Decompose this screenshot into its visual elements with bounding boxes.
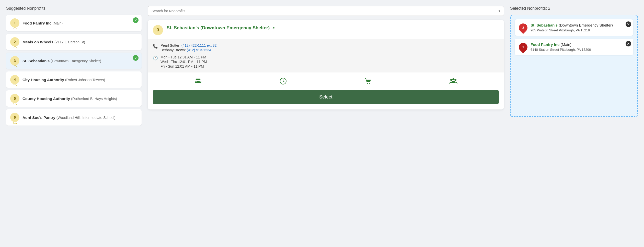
list-item[interactable]: 3⌓St. Sebastian's (Downtown Emergency Sh… — [6, 53, 142, 69]
middle-column: ▾ 3 St. Sebastian's (Downtown Emergency … — [148, 6, 504, 126]
car-icon-btn[interactable] — [194, 78, 202, 85]
check-mark: ✓ — [133, 55, 139, 61]
search-bar[interactable]: ▾ — [148, 6, 504, 16]
nonprofit-sub: (2117 E Carson St) — [54, 40, 85, 44]
svg-point-5 — [454, 79, 456, 81]
clock-icon: 🕐 — [153, 56, 158, 60]
people-icon-btn[interactable] — [449, 78, 457, 85]
nonprofit-name: Aunt Sue's Pantry — [22, 115, 56, 120]
nonprofit-sub: (Robert Johnson Towers) — [65, 78, 105, 82]
remove-button[interactable]: ✕ — [626, 21, 631, 27]
badge-wrap: 6⌓ — [10, 113, 19, 122]
list-item[interactable]: 2⌓Meals on Wheels (2117 E Carson St) — [6, 34, 142, 50]
selected-card: 2St. Sebastian's (Downtown Emergency She… — [515, 19, 633, 36]
nonprofit-sub: (Woodland Hills Intermediate School) — [56, 116, 116, 120]
badge-wrap: 3⌓ — [10, 56, 19, 65]
list-item[interactable]: 6⌓Aunt Sue's Pantry (Woodland Hills Inte… — [6, 109, 142, 126]
nonprofit-name-wrap: Aunt Sue's Pantry (Woodland Hills Interm… — [22, 115, 116, 120]
nonprofit-name: Meals on Wheels — [22, 40, 54, 44]
nonprofit-sub: (Main) — [53, 21, 63, 25]
remove-button[interactable]: ✕ — [626, 41, 631, 46]
people-icon — [449, 78, 457, 85]
map-pin: 1 — [517, 41, 529, 53]
chevron-down-icon: ▾ — [499, 9, 500, 13]
svg-point-4 — [452, 78, 454, 80]
selected-card-name: Food Pantry Inc (Main) — [531, 42, 591, 47]
hours-row: 🕐 Mon - Tue 12:01 AM - 11 PM Wed - Thu 1… — [153, 55, 499, 68]
cart-icon-btn[interactable] — [364, 78, 372, 85]
badge-arc: ⌓ — [13, 25, 17, 30]
badge-wrap: 1⌓ — [10, 18, 19, 28]
org-address: 905 Watson Street Pittsburgh, PA 15219 — [531, 28, 613, 32]
badge-wrap: 2⌓ — [10, 37, 19, 46]
detail-badge: 3 — [153, 25, 163, 35]
check-mark: ✓ — [133, 17, 139, 23]
nonprofit-name-wrap: Meals on Wheels (2117 E Carson St) — [22, 40, 85, 44]
selected-panel: 2St. Sebastian's (Downtown Emergency She… — [510, 15, 638, 117]
map-pin-number: 1 — [522, 45, 524, 49]
contact-line-2: Bethany Brown: (412) 513-1234 — [160, 48, 216, 52]
list-item[interactable]: 1⌓Food Pantry Inc (Main)✓ — [6, 15, 142, 31]
map-pin: 2 — [517, 22, 529, 34]
nonprofit-name: St. Sebastian's — [22, 59, 51, 63]
detail-name-text: St. Sebastian's (Downtown Emergency Shel… — [167, 25, 270, 30]
badge-arc: ⌓ — [13, 82, 17, 87]
badge-arc: ⌓ — [13, 101, 17, 106]
selected-title: Selected Nonprofits: 2 — [510, 6, 638, 11]
contact-row-1: 📞 Pearl Sutter: (412) 422-1111 ext 32 Be… — [153, 43, 499, 52]
detail-info: 📞 Pearl Sutter: (412) 422-1111 ext 32 Be… — [148, 39, 504, 72]
selected-card-name: St. Sebastian's (Downtown Emergency Shel… — [531, 23, 613, 27]
map-pin-number: 2 — [522, 26, 524, 30]
nonprofit-name: Food Pantry Inc — [22, 21, 53, 25]
selected-card-content: St. Sebastian's (Downtown Emergency Shel… — [531, 23, 613, 32]
cart-icon — [364, 78, 372, 85]
right-column: Selected Nonprofits: 2 2St. Sebastian's … — [510, 6, 638, 126]
left-column: Suggested Nonprofits: 1⌓Food Pantry Inc … — [6, 6, 142, 126]
org-address: 6140 Station Street Pittsburgh, PA 15206 — [531, 48, 591, 52]
hours-icon — [280, 78, 287, 85]
selected-card-content: Food Pantry Inc (Main)6140 Station Stree… — [531, 42, 591, 52]
contact-lines: Pearl Sutter: (412) 422-1111 ext 32 Beth… — [160, 43, 216, 52]
main-layout: Suggested Nonprofits: 1⌓Food Pantry Inc … — [6, 6, 638, 126]
nonprofit-name-wrap: St. Sebastian's (Downtown Emergency Shel… — [22, 59, 101, 63]
list-item[interactable]: 5⌓County Housing Authority (Rutherford B… — [6, 90, 142, 107]
nonprofit-sub: (Rutherford B. Hays Heights) — [71, 97, 117, 101]
selected-card: 1Food Pantry Inc (Main)6140 Station Stre… — [515, 39, 633, 55]
contact-phone-2[interactable]: (412) 513-1234 — [187, 48, 211, 52]
car-icon — [194, 78, 202, 84]
hours-line-1: Mon - Tue 12:01 AM - 11 PM — [160, 55, 207, 59]
suggested-title: Suggested Nonprofits: — [6, 6, 142, 11]
hours-line-3: Fri - Sun 12:01 AM - 11 PM — [160, 64, 207, 68]
detail-card: 3 St. Sebastian's (Downtown Emergency Sh… — [148, 20, 504, 109]
nonprofit-list: 1⌓Food Pantry Inc (Main)✓2⌓Meals on Whee… — [6, 15, 142, 126]
icons-row — [148, 72, 504, 90]
contact-line-1: Pearl Sutter: (412) 422-1111 ext 32 — [160, 43, 216, 47]
badge-arc: ⌓ — [13, 44, 17, 49]
contact-name-2: Bethany Brown: — [160, 48, 187, 52]
contact-name-1: Pearl Sutter: — [160, 43, 181, 47]
svg-point-3 — [450, 79, 452, 81]
badge-wrap: 5⌓ — [10, 94, 19, 103]
org-name: Food Pantry Inc — [531, 42, 561, 47]
detail-org-name: St. Sebastian's (Downtown Emergency Shel… — [167, 25, 275, 31]
nonprofit-sub: (Downtown Emergency Shelter) — [51, 59, 101, 63]
nonprofit-name-wrap: Food Pantry Inc (Main) — [22, 21, 63, 25]
search-input[interactable] — [152, 9, 497, 13]
select-button[interactable]: Select — [153, 90, 499, 104]
contact-phone-1[interactable]: (412) 422-1111 ext 32 — [181, 43, 217, 47]
nonprofit-name-wrap: City Housing Authority (Robert Johnson T… — [22, 78, 105, 82]
org-sub: (Downtown Emergency Shelter) — [559, 23, 613, 27]
badge-wrap: 4⌓ — [10, 75, 19, 84]
phone-icon: 📞 — [153, 44, 158, 49]
nonprofit-name: City Housing Authority — [22, 78, 65, 82]
org-name: St. Sebastian's — [531, 23, 559, 27]
detail-header: 3 St. Sebastian's (Downtown Emergency Sh… — [148, 20, 504, 39]
svg-point-1 — [367, 83, 368, 84]
hours-icon-btn[interactable] — [280, 78, 287, 85]
badge-arc: ⌓ — [13, 119, 17, 125]
hours-line-2: Wed - Thu 12:01 PM - 11 PM — [160, 60, 207, 64]
external-link-icon[interactable]: ↗ — [272, 26, 275, 30]
list-item[interactable]: 4⌓City Housing Authority (Robert Johnson… — [6, 71, 142, 88]
badge-arc: ⌓ — [13, 63, 17, 68]
svg-point-2 — [369, 83, 370, 84]
